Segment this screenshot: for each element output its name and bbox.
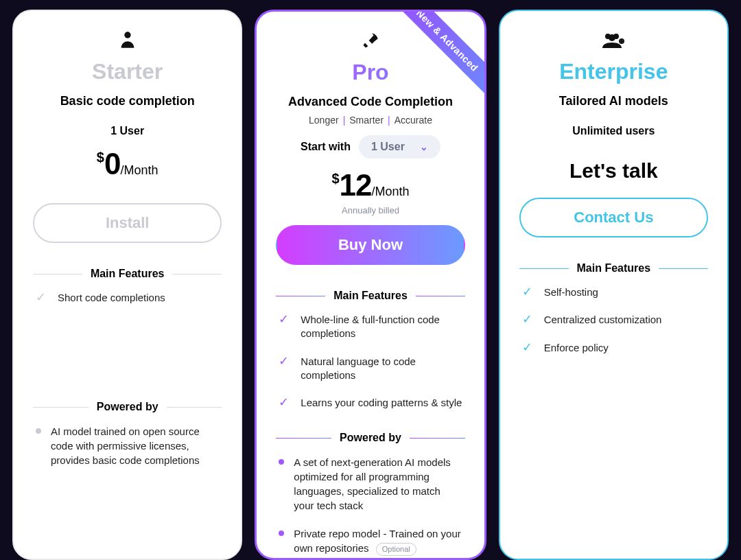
feature-item: ✓Short code completions [36, 291, 219, 305]
feature-text: Short code completions [58, 291, 165, 305]
svg-point-3 [609, 34, 615, 41]
chevron-down-icon: ⌄ [420, 141, 428, 152]
section-label: Main Features [577, 262, 651, 275]
buy-now-button[interactable]: Buy Now [276, 225, 464, 265]
check-icon: ✓ [522, 341, 534, 355]
check-icon: ✓ [279, 396, 291, 410]
section-label: Main Features [91, 268, 165, 280]
section-label: Main Features [333, 290, 408, 302]
bullet-icon [279, 530, 284, 536]
currency-sign: $ [331, 171, 339, 186]
subtag: Longer [309, 115, 339, 126]
section-label: Powered by [340, 432, 401, 444]
powered-text: Private repo model - Trained on your own… [294, 526, 462, 556]
separator-icon: | [384, 115, 395, 126]
feature-text: Enforce policy [544, 341, 609, 355]
feature-text: Centralized customization [544, 313, 662, 327]
start-with-row: Start with 1 User ⌄ [276, 135, 464, 159]
start-with-label: Start with [301, 141, 351, 153]
powered-text: A set of next-generation AI models optim… [294, 455, 462, 513]
separator-icon: | [339, 115, 350, 126]
section-main-features: Main Features [276, 290, 464, 302]
dropdown-value: 1 User [371, 141, 405, 153]
check-icon: ✓ [279, 313, 291, 341]
install-button[interactable]: Install [33, 203, 222, 243]
plan-subtags: Longer|Smarter|Accurate [276, 115, 464, 126]
svg-point-0 [124, 32, 130, 38]
plan-card-pro: New & Advanced Pro Advanced Code Complet… [255, 10, 486, 560]
feature-item: ✓Natural language to code completions [279, 355, 462, 383]
plan-tagline: Tailored AI models [519, 94, 708, 108]
plan-name: Enterprise [519, 59, 708, 84]
billing-note: Annually billed [276, 205, 464, 215]
plan-name: Starter [33, 59, 222, 84]
plan-name: Pro [276, 60, 464, 85]
bullet-icon [36, 428, 41, 434]
subtag: Smarter [349, 115, 384, 126]
users-dropdown[interactable]: 1 User ⌄ [359, 135, 440, 159]
person-icon [33, 30, 222, 54]
price-period: /Month [372, 185, 410, 198]
feature-list: ✓Self-hosting✓Centralized customization✓… [519, 285, 708, 369]
feature-item: ✓Self-hosting [522, 285, 705, 299]
powered-list: A set of next-generation AI models optim… [276, 455, 464, 560]
plan-price: $12/Month [276, 168, 464, 202]
feature-text: Self-hosting [544, 285, 598, 299]
currency-sign: $ [97, 150, 104, 165]
price-period: /Month [120, 163, 158, 177]
check-icon: ✓ [522, 285, 534, 299]
feature-item: ✓Enforce policy [522, 341, 705, 355]
powered-text: AI model trained on open source code wit… [51, 424, 219, 467]
check-icon: ✓ [522, 313, 534, 327]
plan-price: $0/Month [33, 147, 222, 181]
section-label: Powered by [97, 401, 158, 413]
feature-list: ✓Short code completions [33, 291, 222, 318]
check-icon: ✓ [279, 355, 291, 383]
feature-item: ✓Learns your coding patterns & style [279, 396, 462, 410]
section-powered-by: Powered by [33, 401, 222, 413]
plan-card-enterprise: Enterprise Tailored AI models Unlimited … [499, 10, 729, 560]
feature-text: Learns your coding patterns & style [301, 396, 462, 410]
optional-pill: Optional [376, 543, 416, 556]
team-icon [519, 30, 708, 54]
powered-item: AI model trained on open source code wit… [36, 424, 219, 467]
bullet-icon [279, 459, 284, 465]
price-amount: 0 [104, 147, 120, 180]
powered-item: Private repo model - Trained on your own… [279, 526, 462, 556]
plan-tagline: Advanced Code Completion [276, 95, 464, 109]
feature-text: Natural language to code completions [301, 355, 462, 383]
plan-card-starter: Starter Basic code completion 1 User $0/… [12, 10, 242, 560]
lets-talk: Let's talk [519, 159, 708, 183]
plan-users: Unlimited users [519, 125, 708, 137]
price-amount: 12 [340, 168, 372, 202]
powered-list: AI model trained on open source code wit… [33, 424, 222, 481]
plan-tagline: Basic code completion [33, 94, 222, 108]
plan-users: 1 User [33, 125, 222, 137]
section-powered-by: Powered by [276, 432, 464, 444]
section-main-features: Main Features [519, 262, 708, 275]
check-icon: ✓ [36, 291, 48, 305]
section-main-features: Main Features [33, 268, 222, 280]
feature-text: Whole-line & full-function code completi… [301, 313, 462, 341]
feature-item: ✓Centralized customization [522, 313, 705, 327]
subtag: Accurate [395, 115, 432, 126]
ribbon-badge: New & Advanced [386, 10, 486, 102]
feature-list: ✓Whole-line & full-function code complet… [276, 313, 464, 423]
contact-us-button[interactable]: Contact Us [519, 198, 708, 237]
feature-item: ✓Whole-line & full-function code complet… [279, 313, 462, 341]
powered-item: A set of next-generation AI models optim… [279, 455, 462, 513]
